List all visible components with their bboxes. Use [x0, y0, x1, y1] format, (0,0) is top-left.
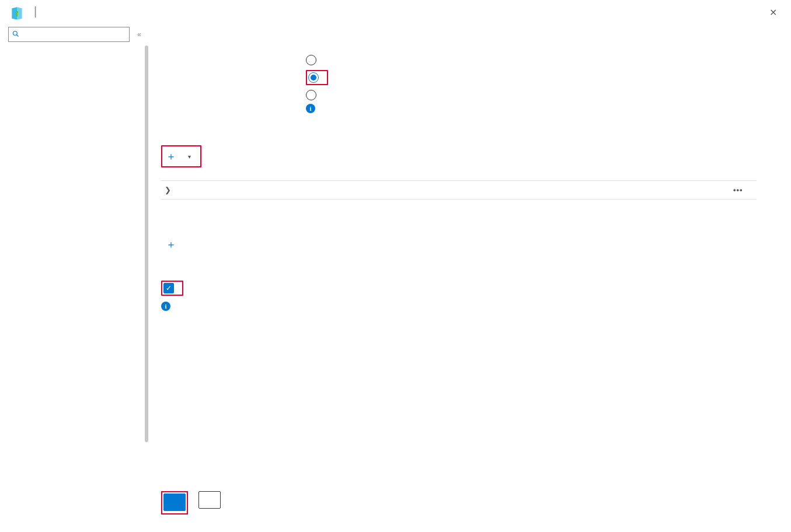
chevron-down-icon: ▾ — [188, 153, 191, 160]
plus-icon: ＋ — [166, 237, 176, 251]
add-client-ip-button[interactable]: ＋ — [161, 232, 779, 257]
info-icon: i — [161, 302, 170, 311]
title-separator: | — [34, 5, 37, 18]
radio-disable[interactable] — [306, 90, 328, 100]
bypass-firewall-checkbox[interactable]: ✓ — [163, 283, 179, 293]
ip-column-header — [161, 257, 779, 264]
plus-icon: ＋ — [166, 149, 176, 163]
search-icon — [12, 30, 19, 39]
allow-access-label — [161, 55, 306, 113]
vnets-table: ❯ ••• — [161, 173, 757, 200]
collapse-sidebar-button[interactable]: « — [137, 30, 141, 38]
sidebar-search[interactable] — [8, 27, 130, 42]
scrollbar[interactable] — [145, 46, 148, 442]
row-more-button[interactable]: ••• — [733, 186, 757, 194]
key-vault-icon — [9, 6, 25, 21]
svg-point-0 — [16, 11, 18, 13]
table-row[interactable]: ❯ ••• — [161, 180, 757, 200]
sidebar: « — [0, 23, 145, 526]
svg-rect-1 — [16, 13, 18, 16]
search-input[interactable] — [22, 30, 126, 38]
radio-allow-all[interactable] — [306, 55, 328, 65]
radio-allow-specific[interactable] — [308, 72, 323, 83]
apply-button[interactable] — [163, 494, 186, 511]
add-virtual-network-button[interactable]: ＋ ▾ — [163, 148, 197, 165]
close-button[interactable]: ✕ — [765, 5, 782, 20]
checkbox-checked-icon: ✓ — [163, 283, 174, 293]
discard-button[interactable] — [198, 491, 221, 509]
svg-point-2 — [13, 31, 18, 35]
chevron-right-icon[interactable]: ❯ — [163, 186, 172, 194]
svg-line-3 — [17, 34, 19, 36]
info-icon: i — [306, 104, 315, 113]
